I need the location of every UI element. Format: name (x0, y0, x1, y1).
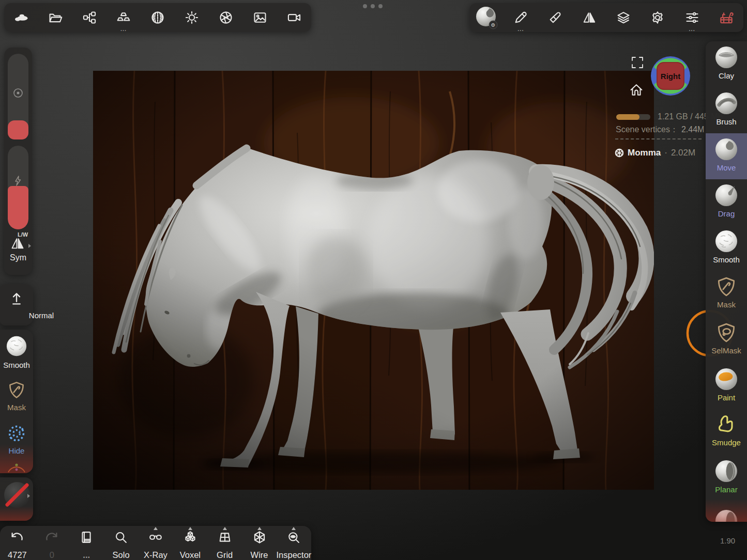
grid-label: Grid (206, 550, 244, 560)
toolbox-button[interactable] (711, 3, 741, 32)
lighting-button[interactable] (177, 3, 207, 32)
notes-button[interactable]: ... (70, 528, 102, 560)
mask-shield-icon (7, 380, 26, 400)
app-logo-button[interactable] (6, 3, 36, 32)
quick-tool-mask-label: Mask (0, 403, 33, 412)
paint-settings-button[interactable] (540, 3, 570, 32)
tool-item-paint[interactable]: Paint (706, 363, 747, 409)
orientation-gizmo[interactable]: Right (650, 56, 691, 96)
tool-item-planar[interactable]: Planar (706, 455, 747, 501)
brush-sphere-icon (714, 91, 738, 115)
postprocess-button[interactable] (211, 3, 241, 32)
stroke-pencil-button[interactable]: ... (506, 3, 536, 32)
wireframe-mesh-icon (615, 148, 624, 158)
tool-label: Paint (706, 393, 747, 402)
memory-usage-bar (616, 114, 650, 120)
symmetry-button[interactable] (574, 3, 604, 32)
tool-item-clay[interactable]: Clay (706, 41, 747, 87)
selmask-shield-icon (715, 321, 738, 344)
camera-button[interactable] (279, 3, 309, 32)
tool-item-mask[interactable]: Mask (706, 271, 747, 317)
fullscreen-icon[interactable] (631, 56, 644, 69)
tool-label: Brush (706, 117, 747, 126)
smooth-sphere-icon (5, 335, 28, 357)
redo-button[interactable]: 0 (36, 528, 68, 560)
undo-icon (9, 530, 25, 546)
tool-label: Smudge (706, 438, 747, 447)
quick-tool-mask[interactable]: Mask (0, 380, 33, 412)
move-gizmo-icon (6, 461, 27, 473)
intensity-slider[interactable] (8, 146, 28, 229)
tool-item-smudge[interactable]: Smudge (706, 409, 747, 455)
clay-sphere-icon (714, 45, 738, 69)
brush-sliders-panel: L/W Sym (4, 48, 32, 275)
quick-tools-panel: Smooth Mask Hide (0, 330, 33, 473)
inspector-button[interactable]: Inspector (278, 528, 310, 560)
notes-overflow-dots: ... (67, 550, 105, 560)
tool-item-brush[interactable]: Brush (706, 87, 747, 133)
gizmo-face-label: Right (661, 72, 680, 81)
quick-tool-hide[interactable]: Hide (0, 424, 33, 455)
layers-button[interactable] (608, 3, 638, 32)
matcap-material-button[interactable]: ⚙ (471, 3, 501, 32)
wire-label: Wire (240, 550, 278, 560)
stroke-mode-panel[interactable]: Normal (0, 284, 33, 325)
viewport-canvas[interactable] (93, 71, 654, 490)
hide-dotted-icon (7, 424, 26, 443)
voxel-caret-icon[interactable] (188, 527, 192, 530)
multitask-handle-icon[interactable] (363, 4, 383, 8)
interface-config-button[interactable]: ... (677, 3, 707, 32)
background-button[interactable] (245, 3, 275, 32)
grid-caret-icon[interactable] (223, 527, 227, 530)
wire-button[interactable]: Wire (243, 528, 276, 560)
inspector-label: Inspector (275, 550, 313, 560)
tool-label: Move (706, 163, 747, 172)
tool-item-partial[interactable] (706, 501, 747, 522)
paintbrush-icon (548, 10, 562, 25)
scene-object-row[interactable]: Momma · 2.02M (615, 148, 695, 158)
inspector-caret-icon[interactable] (292, 527, 296, 530)
wire-caret-icon[interactable] (257, 527, 262, 530)
tool-item-smooth[interactable]: Smooth (706, 225, 747, 271)
xray-caret-icon[interactable] (154, 527, 158, 530)
material-toggle-panel[interactable] (0, 477, 33, 521)
next-tool-sphere-icon (714, 505, 738, 522)
tool-item-move[interactable]: Move (706, 133, 747, 179)
files-button[interactable] (40, 3, 70, 32)
solo-label: Solo (102, 550, 140, 560)
app-window: Right 1.21 GB / 445 MB Scene vertices：2.… (0, 0, 747, 560)
matcap-sphere-icon: ⚙ (474, 5, 499, 30)
history-display-toolbar: 4727 0 ... Solo X-Ray (0, 526, 311, 560)
pencil-overflow-dots: ... (517, 26, 524, 32)
lightning-icon (12, 175, 24, 187)
voxel-label: Voxel (171, 550, 209, 560)
voxel-button[interactable]: Voxel (174, 528, 206, 560)
tool-label: Mask (706, 300, 747, 309)
undo-button[interactable]: 4727 (1, 528, 33, 560)
material-expand-caret[interactable] (27, 494, 30, 498)
xray-glasses-icon (148, 530, 163, 545)
radius-slider-handle[interactable] (8, 120, 28, 139)
move-sphere-icon (714, 137, 738, 161)
image-icon (253, 10, 267, 25)
home-icon[interactable] (629, 82, 644, 98)
symmetry-expand-caret[interactable] (28, 244, 31, 248)
scene-graph-button[interactable] (74, 3, 104, 32)
tool-item-selmask[interactable]: SelMask (706, 317, 747, 363)
settings-button[interactable] (643, 3, 673, 32)
symmetry-mirror-icon (10, 236, 25, 251)
solo-button[interactable]: Solo (105, 528, 137, 560)
scene-graph-icon (82, 10, 97, 25)
material-button[interactable] (143, 3, 173, 32)
quick-tool-smooth[interactable]: Smooth (0, 335, 33, 369)
mask-shield-icon (715, 275, 738, 298)
main-menu-toolbar: ... (4, 3, 311, 32)
grid-button[interactable]: Grid (209, 528, 241, 560)
tool-label: Planar (706, 485, 747, 494)
topology-button[interactable]: ... (109, 3, 139, 32)
xray-button[interactable]: X-Ray (140, 528, 172, 560)
tool-item-drag[interactable]: Drag (706, 179, 747, 225)
app-version: 1.90 (720, 536, 735, 545)
radius-slider[interactable] (8, 54, 28, 139)
quick-tool-gizmo-partial[interactable] (0, 461, 33, 473)
